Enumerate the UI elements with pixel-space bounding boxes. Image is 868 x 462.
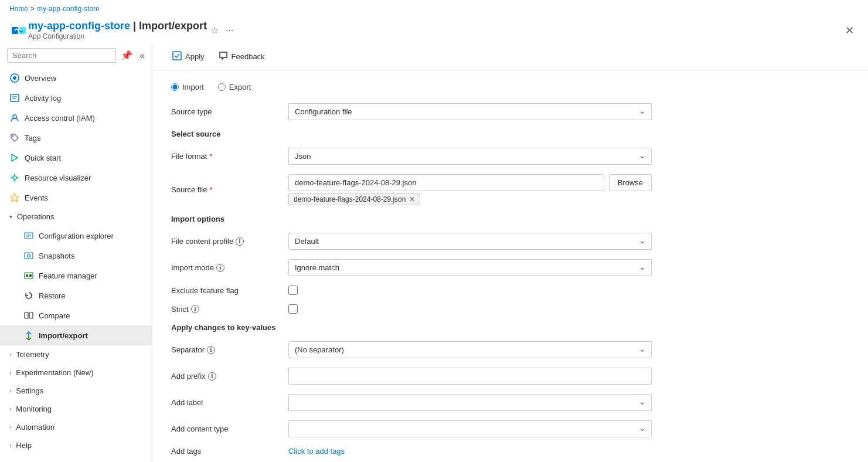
- file-content-profile-wrapper: Default KVSet: [288, 233, 652, 250]
- sidebar: 📌 « Overview Activity log Access control…: [0, 43, 152, 462]
- add-prefix-row: Add prefix ℹ: [171, 368, 849, 385]
- sidebar-item-restore[interactable]: Restore: [0, 286, 152, 305]
- strict-label: Strict ℹ: [171, 305, 288, 314]
- favorite-button[interactable]: ☆: [207, 22, 222, 38]
- add-label-select[interactable]: [288, 394, 652, 411]
- toolbar: Apply Feedback: [152, 43, 868, 71]
- sidebar-item-overview[interactable]: Overview: [0, 68, 152, 88]
- add-content-type-label: Add content type: [171, 424, 288, 433]
- breadcrumb-home[interactable]: Home: [9, 5, 28, 13]
- help-section[interactable]: Help: [0, 436, 152, 454]
- import-mode-select[interactable]: Ignore match All: [288, 259, 652, 276]
- search-row: 📌 «: [0, 43, 152, 68]
- file-content-profile-label: File content profile ℹ: [171, 237, 288, 246]
- export-radio-label[interactable]: Export: [218, 83, 251, 91]
- overview-icon: [9, 73, 20, 83]
- apply-label: Apply: [185, 52, 205, 61]
- import-label: Import: [182, 83, 204, 91]
- sidebar-item-quick-start[interactable]: Quick start: [0, 148, 152, 168]
- svg-point-20: [28, 254, 30, 257]
- more-options-button[interactable]: ···: [222, 23, 237, 38]
- settings-section[interactable]: Settings: [0, 382, 152, 400]
- experimentation-section[interactable]: Experimentation (New): [0, 364, 152, 382]
- export-radio[interactable]: [218, 83, 226, 91]
- sidebar-item-feature-manager[interactable]: Feature manager: [0, 266, 152, 286]
- sidebar-collapse-button[interactable]: «: [137, 47, 147, 63]
- source-type-label: Source type: [171, 107, 288, 116]
- separator-info[interactable]: ℹ: [207, 346, 215, 354]
- strict-info[interactable]: ℹ: [191, 305, 199, 313]
- source-type-select-wrapper: Configuration file App Configuration App…: [288, 103, 652, 120]
- import-radio-label[interactable]: Import: [171, 83, 204, 91]
- close-button[interactable]: ✕: [840, 22, 859, 39]
- source-type-select[interactable]: Configuration file App Configuration App…: [288, 103, 652, 120]
- svg-point-8: [12, 135, 14, 137]
- svg-rect-22: [26, 274, 28, 277]
- restore-icon: [23, 290, 34, 301]
- source-file-input[interactable]: [288, 174, 604, 191]
- sidebar-item-events[interactable]: Events: [0, 188, 152, 208]
- form-area: Import Export Source type Configuration …: [152, 71, 868, 462]
- exclude-feature-flag-wrapper: [288, 286, 652, 295]
- telemetry-section[interactable]: Telemetry: [0, 345, 152, 364]
- strict-row: Strict ℹ: [171, 304, 849, 314]
- source-file-label: Source file *: [171, 185, 288, 194]
- operations-section[interactable]: Operations: [0, 208, 152, 226]
- monitoring-section[interactable]: Monitoring: [0, 400, 152, 418]
- file-format-select[interactable]: Json Yaml Properties: [288, 148, 652, 165]
- sidebar-item-import-export[interactable]: Import/export: [0, 325, 152, 345]
- feedback-icon: [219, 51, 228, 62]
- file-format-req: *: [209, 152, 212, 161]
- sidebar-item-configuration-explorer[interactable]: Configuration explorer: [0, 226, 152, 246]
- tags-icon: [9, 133, 20, 143]
- automation-label: Automation: [16, 423, 55, 432]
- add-prefix-info[interactable]: ℹ: [208, 372, 216, 381]
- import-mode-info[interactable]: ℹ: [216, 264, 224, 272]
- file-tag-close[interactable]: ✕: [409, 195, 415, 203]
- strict-checkbox[interactable]: [288, 304, 298, 314]
- sidebar-item-tags[interactable]: Tags: [0, 128, 152, 148]
- add-prefix-input[interactable]: [288, 368, 652, 385]
- sidebar-label-resource-visualizer: Resource visualizer: [25, 174, 91, 182]
- file-format-select-wrapper: Json Yaml Properties: [288, 148, 652, 165]
- sidebar-item-snapshots[interactable]: Snapshots: [0, 246, 152, 266]
- sidebar-item-resource-visualizer[interactable]: Resource visualizer: [0, 168, 152, 188]
- sidebar-pin-button[interactable]: 📌: [118, 47, 135, 63]
- feedback-button[interactable]: Feedback: [213, 47, 271, 66]
- add-label-label: Add label: [171, 398, 288, 407]
- import-radio[interactable]: [171, 83, 179, 91]
- add-prefix-control: [288, 368, 652, 385]
- file-content-profile-select[interactable]: Default KVSet: [288, 233, 652, 250]
- breadcrumb-current[interactable]: my-app-config-store: [37, 5, 100, 13]
- source-file-control: Browse demo-feature-flags-2024-08-29.jso…: [288, 174, 652, 205]
- sidebar-item-activity-log[interactable]: Activity log: [0, 88, 152, 108]
- add-content-type-select[interactable]: [288, 420, 652, 437]
- file-input-row: Browse: [288, 174, 652, 191]
- file-content-profile-info[interactable]: ℹ: [236, 237, 244, 246]
- svg-point-10: [13, 176, 16, 179]
- experimentation-chevron: [9, 369, 11, 376]
- add-prefix-label: Add prefix ℹ: [171, 372, 288, 381]
- add-tags-link[interactable]: Click to add tags: [288, 447, 345, 456]
- resource-name: my-app-config-store: [28, 20, 130, 32]
- page-name: Import/export: [139, 20, 207, 32]
- breadcrumb-separator: >: [30, 5, 35, 13]
- add-tags-label: Add tags: [171, 447, 288, 456]
- search-input[interactable]: [7, 48, 116, 63]
- file-tag-row: demo-feature-flags-2024-08-29.json ✕: [288, 193, 652, 205]
- settings-label: Settings: [16, 386, 43, 395]
- content-area: Apply Feedback Import Export: [152, 43, 868, 462]
- header-title-block: my-app-config-store | Import/export App …: [28, 20, 207, 40]
- apply-button[interactable]: Apply: [166, 47, 210, 66]
- automation-section[interactable]: Automation: [0, 418, 152, 436]
- sidebar-item-compare[interactable]: Compare: [0, 305, 152, 325]
- separator-select[interactable]: (No separator) . / :: [288, 341, 652, 358]
- sidebar-item-access-control[interactable]: Access control (IAM): [0, 108, 152, 128]
- svg-point-3: [13, 76, 16, 80]
- exclude-feature-flag-checkbox[interactable]: [288, 286, 298, 295]
- quick-start-icon: [9, 152, 20, 163]
- separator-wrapper: (No separator) . / :: [288, 341, 652, 358]
- import-export-radio-group: Import Export: [171, 83, 849, 91]
- browse-button[interactable]: Browse: [609, 174, 652, 191]
- sidebar-label-tags: Tags: [25, 134, 40, 142]
